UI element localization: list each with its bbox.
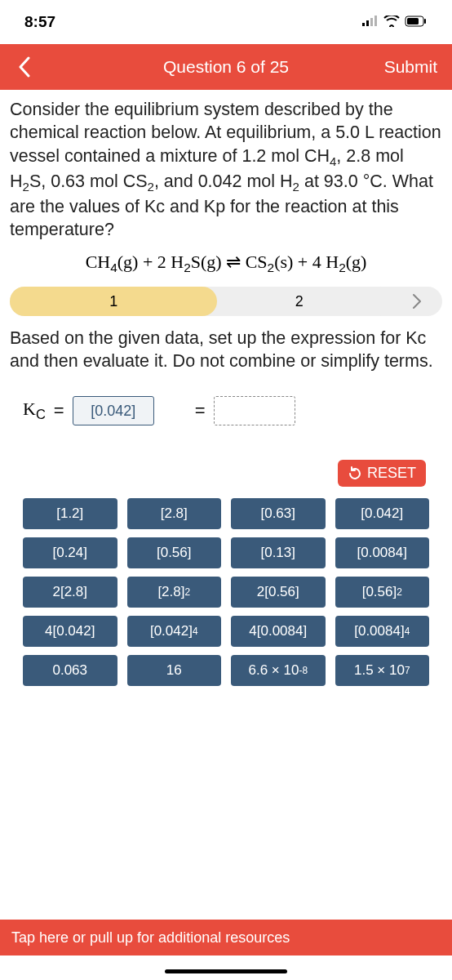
svg-rect-5 bbox=[407, 18, 419, 24]
answer-tile-13[interactable]: [0.042]4 bbox=[127, 616, 222, 647]
tiles-area: RESET [1.2][2.8][0.63][0.042][0.24][0.56… bbox=[0, 450, 452, 702]
answer-tile-4[interactable]: [0.24] bbox=[23, 537, 117, 568]
status-icons bbox=[362, 13, 428, 31]
question-counter: Question 6 of 25 bbox=[163, 57, 289, 77]
kc-slot-empty[interactable] bbox=[214, 396, 295, 425]
wifi-icon bbox=[383, 13, 400, 31]
answer-tile-10[interactable]: 2[0.56] bbox=[231, 577, 326, 608]
back-button[interactable] bbox=[0, 44, 49, 90]
step-indicator: 1 2 bbox=[10, 287, 442, 316]
answer-tile-12[interactable]: 4[0.042] bbox=[23, 616, 117, 647]
answer-tile-3[interactable]: [0.042] bbox=[335, 498, 430, 529]
answer-tile-5[interactable]: [0.56] bbox=[127, 537, 222, 568]
kc-expression-row: KC = [0.042] = bbox=[0, 388, 452, 450]
battery-icon bbox=[405, 13, 428, 31]
answer-tile-9[interactable]: [2.8]2 bbox=[127, 577, 222, 608]
submit-button[interactable]: Submit bbox=[384, 57, 437, 77]
answer-tile-15[interactable]: [0.0084]4 bbox=[335, 616, 430, 647]
reaction-equation: CH4(g) + 2 H2S(g) ⇌ CS2(s) + 4 H2(g) bbox=[0, 247, 452, 283]
reset-label: RESET bbox=[367, 465, 416, 482]
kc-symbol: KC bbox=[23, 399, 46, 422]
kc-slot-filled[interactable]: [0.042] bbox=[73, 396, 154, 425]
answer-tile-7[interactable]: [0.0084] bbox=[335, 537, 430, 568]
step-2-pill[interactable]: 2 bbox=[197, 287, 392, 316]
svg-rect-3 bbox=[374, 16, 377, 26]
status-time: 8:57 bbox=[24, 13, 55, 31]
signal-icon bbox=[362, 13, 379, 31]
answer-tile-6[interactable]: [0.13] bbox=[231, 537, 326, 568]
answer-tile-11[interactable]: [0.56]2 bbox=[335, 577, 430, 608]
svg-rect-2 bbox=[370, 18, 373, 26]
answer-tile-14[interactable]: 4[0.0084] bbox=[231, 616, 326, 647]
equals-1: = bbox=[54, 400, 64, 421]
answer-tile-16[interactable]: 0.063 bbox=[23, 655, 117, 686]
sub-prompt: Based on the given data, set up the expr… bbox=[0, 324, 452, 388]
answer-tile-19[interactable]: 1.5 × 107 bbox=[335, 655, 430, 686]
answer-tile-18[interactable]: 6.6 × 10-8 bbox=[231, 655, 326, 686]
svg-rect-1 bbox=[366, 20, 369, 26]
answer-tile-17[interactable]: 16 bbox=[127, 655, 222, 686]
resources-drawer[interactable]: Tap here or pull up for additional resou… bbox=[0, 920, 452, 956]
answer-tile-1[interactable]: [2.8] bbox=[127, 498, 222, 529]
reset-icon bbox=[348, 466, 362, 481]
app-header: Question 6 of 25 Submit bbox=[0, 44, 452, 90]
svg-rect-6 bbox=[424, 19, 426, 24]
svg-rect-0 bbox=[362, 23, 365, 26]
answer-tile-8[interactable]: 2[2.8] bbox=[23, 577, 117, 608]
reset-button[interactable]: RESET bbox=[338, 460, 426, 487]
step-next-arrow[interactable] bbox=[392, 293, 442, 310]
chevron-left-icon bbox=[18, 56, 31, 78]
chevron-right-icon bbox=[412, 293, 422, 310]
question-text: Consider the equilibrium system describe… bbox=[0, 90, 452, 247]
equals-2: = bbox=[195, 400, 206, 421]
resources-label: Tap here or pull up for additional resou… bbox=[11, 929, 290, 947]
status-bar: 8:57 bbox=[0, 0, 452, 44]
home-indicator bbox=[165, 969, 287, 973]
answer-tile-2[interactable]: [0.63] bbox=[231, 498, 326, 529]
tiles-grid: [1.2][2.8][0.63][0.042][0.24][0.56][0.13… bbox=[8, 498, 444, 686]
answer-tile-0[interactable]: [1.2] bbox=[23, 498, 117, 529]
step-1-pill[interactable]: 1 bbox=[10, 287, 217, 316]
